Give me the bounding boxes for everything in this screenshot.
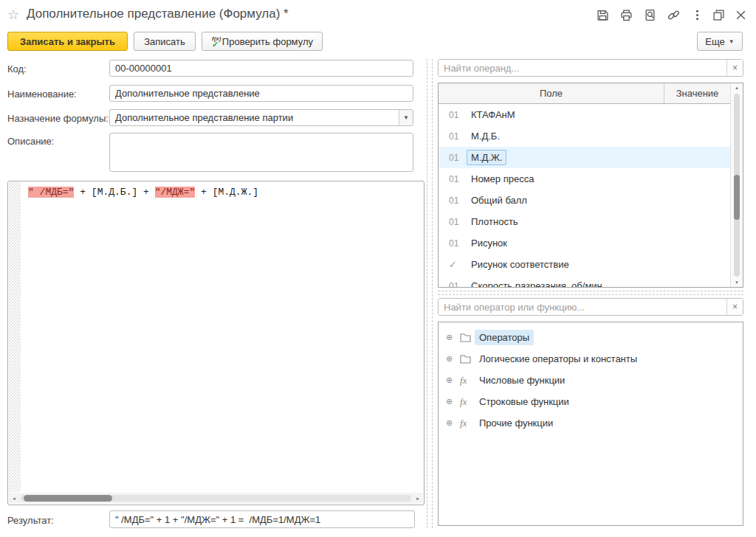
- operand-name: Скорость разрезания, об/мин: [467, 278, 607, 287]
- scroll-right-icon[interactable]: ►: [413, 496, 423, 501]
- close-icon[interactable]: [732, 7, 749, 22]
- save-button[interactable]: Записать: [134, 32, 196, 51]
- preview-icon[interactable]: [642, 7, 658, 22]
- column-header-value[interactable]: Значение: [664, 83, 730, 103]
- tree-item[interactable]: ⊕Логические операторы и константы: [439, 348, 743, 370]
- scroll-left-icon[interactable]: ◄: [9, 496, 19, 501]
- expand-icon[interactable]: ⊕: [446, 419, 456, 427]
- folder-icon: [460, 333, 475, 342]
- more-button[interactable]: Еще ▼: [697, 32, 743, 51]
- code-field[interactable]: [109, 60, 413, 77]
- operand-name: М.Д.Б.: [467, 128, 504, 144]
- column-header-field[interactable]: Поле: [439, 83, 664, 103]
- operand-row[interactable]: 01М.Д.Б.: [439, 125, 730, 147]
- operand-type-prefix: 01: [449, 281, 467, 288]
- operand-name: КТАФАнМ: [467, 107, 520, 122]
- scrollbar-thumb[interactable]: [24, 495, 112, 502]
- restore-window-icon[interactable]: [710, 7, 726, 22]
- save-and-close-button[interactable]: Записать и закрыть: [7, 32, 128, 51]
- expand-icon[interactable]: ⊕: [446, 376, 456, 384]
- purpose-dropdown-button[interactable]: ▼: [399, 110, 413, 125]
- scroll-down-icon[interactable]: ▼: [731, 280, 743, 285]
- result-label: Результат:: [7, 515, 54, 526]
- expand-icon[interactable]: ⊕: [446, 333, 456, 342]
- scroll-up-icon[interactable]: ▲: [731, 86, 743, 90]
- code-label: Код:: [7, 63, 27, 75]
- clear-search-icon[interactable]: ×: [726, 60, 743, 76]
- save-label: Записать: [144, 36, 185, 47]
- operand-vertical-scrollbar[interactable]: ▲ ▼: [730, 83, 743, 287]
- tree-item-label: Прочие функции: [475, 415, 557, 431]
- name-field[interactable]: [109, 85, 413, 102]
- fx-check-icon: f(x)✓: [211, 35, 219, 47]
- purpose-select[interactable]: Дополнительное представление партии ▼: [109, 109, 413, 126]
- window-title: Дополнительное представление (Формула) *: [27, 7, 289, 21]
- chevron-down-icon: ▼: [729, 38, 735, 45]
- tree-item-label: Строковые функции: [475, 394, 574, 409]
- tree-item[interactable]: ⊕fxСтроковые функции: [439, 391, 743, 412]
- purpose-value: Дополнительное представление партии: [110, 110, 399, 125]
- operand-row[interactable]: 01Плотность: [439, 211, 730, 232]
- chevron-down-icon: ▼: [403, 114, 409, 121]
- formula-token: + [М.Д.Ж.]: [195, 187, 258, 198]
- operand-type-prefix: 01: [449, 131, 467, 142]
- description-label: Описание:: [7, 136, 54, 147]
- tree-item-label: Логические операторы и константы: [475, 351, 642, 367]
- operand-table-header: Поле Значение: [439, 83, 730, 104]
- function-search: ×: [438, 298, 743, 316]
- formula-token: + [М.Д.Б.] +: [74, 187, 154, 198]
- expand-icon[interactable]: ⊕: [446, 398, 456, 406]
- editor-horizontal-scrollbar[interactable]: ◄ ►: [9, 493, 423, 504]
- purpose-label: Назначение формулы:: [7, 113, 109, 124]
- check-formula-button[interactable]: f(x)✓ Проверить формулу: [202, 32, 323, 51]
- string-literal-token: " /МДБ=": [28, 187, 74, 198]
- save-icon[interactable]: [594, 7, 611, 22]
- vertical-splitter[interactable]: [427, 59, 433, 528]
- operand-name: Рисунок соответствие: [467, 257, 574, 272]
- link-icon[interactable]: [665, 7, 681, 22]
- operand-type-prefix: 01: [449, 153, 467, 163]
- name-label: Наименование:: [7, 89, 77, 100]
- tree-item[interactable]: ⊕fxПрочие функции: [439, 412, 743, 434]
- operand-type-prefix: 01: [449, 195, 467, 206]
- tree-item[interactable]: ⊕Операторы: [439, 327, 743, 348]
- description-field[interactable]: [109, 133, 413, 172]
- tree-item-label: Числовые функции: [475, 373, 569, 388]
- operand-type-prefix: 01: [449, 238, 467, 249]
- operand-table: Поле Значение 01КТАФАнМ01М.Д.Б.01М.Д.Ж.0…: [438, 83, 743, 288]
- operand-row[interactable]: 01Номер пресса: [439, 168, 730, 190]
- clear-search-icon[interactable]: ×: [726, 299, 743, 315]
- save-and-close-label: Записать и закрыть: [20, 36, 115, 47]
- formula-text[interactable]: " /МДБ=" + [М.Д.Б.] + "/МДЖ=" + [М.Д.Ж.]: [28, 187, 258, 198]
- functions-tree: ⊕Операторы⊕Логические операторы и конста…: [438, 322, 743, 526]
- operand-search-input[interactable]: [439, 60, 726, 76]
- result-field[interactable]: [109, 510, 415, 528]
- operand-table-body: 01КТАФАнМ01М.Д.Б.01М.Д.Ж.01Номер пресса0…: [439, 104, 730, 287]
- favorite-star-icon[interactable]: ☆: [7, 7, 19, 23]
- operand-type-prefix: 01: [449, 110, 467, 120]
- string-literal-token: "/МДЖ=": [155, 187, 196, 198]
- function-search-input[interactable]: [439, 299, 726, 315]
- operand-row[interactable]: 01М.Д.Ж.: [439, 147, 730, 168]
- operand-name: Рисунок: [467, 235, 512, 251]
- fx-icon: fx: [460, 396, 475, 408]
- operand-name: Общий балл: [467, 193, 532, 208]
- formula-editor[interactable]: " /МДБ=" + [М.Д.Б.] + "/МДЖ=" + [М.Д.Ж.]…: [7, 181, 425, 505]
- operand-type-prefix: 01: [449, 217, 467, 227]
- tree-item-label: Операторы: [475, 330, 534, 345]
- tree-item[interactable]: ⊕fxЧисловые функции: [439, 370, 743, 391]
- print-icon[interactable]: [618, 7, 634, 22]
- editor-gutter: [9, 182, 21, 492]
- operand-row[interactable]: 01Скорость разрезания, об/мин: [439, 275, 730, 287]
- scrollbar-thumb[interactable]: [734, 175, 740, 220]
- expand-icon[interactable]: ⊕: [446, 355, 456, 363]
- operand-row[interactable]: 01Рисунок: [439, 232, 730, 254]
- horizontal-splitter[interactable]: [438, 291, 743, 295]
- operand-row[interactable]: ✓Рисунок соответствие: [439, 254, 730, 275]
- scrollbar-track[interactable]: [21, 495, 411, 502]
- more-dots-icon[interactable]: [689, 7, 705, 22]
- operand-name: Номер пресса: [467, 171, 538, 187]
- operand-row[interactable]: 01КТАФАнМ: [439, 104, 730, 125]
- operand-row[interactable]: 01Общий балл: [439, 190, 730, 211]
- fx-icon: fx: [460, 375, 475, 387]
